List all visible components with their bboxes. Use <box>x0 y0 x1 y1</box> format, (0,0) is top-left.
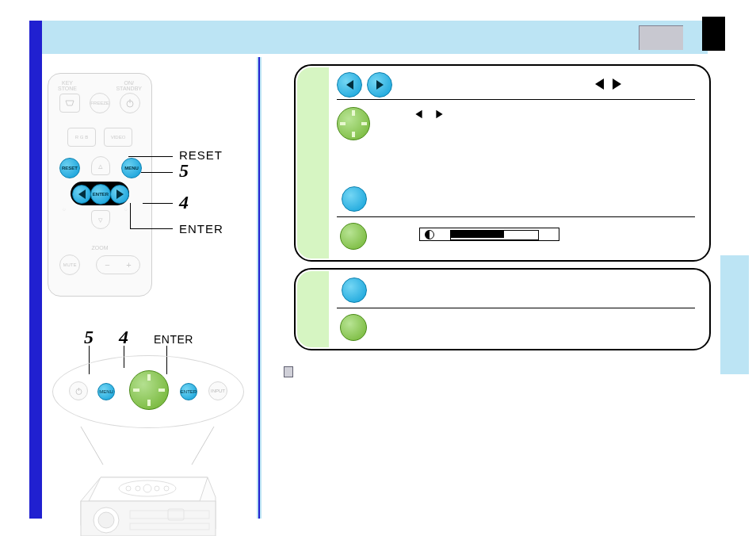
step-4-strip <box>297 67 329 258</box>
step4-black-left-icon <box>595 78 604 90</box>
step4-enter-green-icon <box>340 223 367 250</box>
projector-svg <box>73 461 223 536</box>
video-button: VIDEO <box>104 128 132 147</box>
callout-line-enter <box>130 228 173 229</box>
rgb-button: R G B <box>67 128 96 147</box>
panel-enter-btn-label: ENTER <box>181 389 197 394</box>
step-5-card <box>294 268 711 350</box>
contrast-icon <box>425 230 434 239</box>
freeze-button: FREEZE <box>90 93 110 113</box>
panel-to-projector-lines <box>52 427 242 466</box>
keystone-button <box>59 94 80 113</box>
remote-zoom-row: MUTE −+ <box>59 255 140 275</box>
note-icon <box>284 366 293 377</box>
svg-point-14 <box>98 512 114 528</box>
header-gray-box <box>639 25 683 50</box>
panel-menu-label: MENU <box>99 389 113 394</box>
zoom-plus-icon: + <box>126 260 131 270</box>
step4-nav-pad-icon <box>337 107 370 140</box>
callout-line-5 <box>141 172 173 173</box>
remote-right-arrow-button <box>110 185 129 204</box>
remote-top-labels: KEY STONE ON/ STANDBY <box>58 80 142 91</box>
standby-button <box>120 93 140 113</box>
power-icon <box>125 98 135 108</box>
nav-up-icon <box>147 374 151 381</box>
projector-illustration <box>73 461 223 536</box>
step5-menu-green-icon <box>340 314 367 341</box>
vol-label-left: ○ <box>63 207 66 212</box>
panel-step-5: 5 <box>84 327 94 348</box>
remote-left-arrow-button <box>72 185 91 204</box>
panel-nav-pad <box>129 370 169 410</box>
callout-line-4 <box>143 203 173 204</box>
panel-enter-label: ENTER <box>154 333 193 346</box>
remote-cross-area: RESET ▵ MENU ENTER ▿ ○ ○ <box>59 155 140 218</box>
remote-menu-label: MENU <box>124 166 139 170</box>
step4-small-black-right-icon <box>436 110 442 119</box>
step5-menu-blue-icon <box>342 278 367 303</box>
remote-control-diagram: KEY STONE ON/ STANDBY FREEZE R G B VIDEO… <box>48 73 152 297</box>
column-divider-inner <box>258 57 260 519</box>
remote-reset-button: RESET <box>59 158 80 178</box>
contrast-adjustment-bar <box>419 228 559 241</box>
zoom-pill: −+ <box>96 255 140 274</box>
on-standby-label: ON/ STANDBY <box>116 80 142 91</box>
zoom-minus-icon: − <box>105 260 109 270</box>
step4-divider-1 <box>337 99 695 100</box>
callout-line-enter-v <box>130 203 131 228</box>
remote-row-1: FREEZE <box>59 93 140 113</box>
panel-enter-button: ENTER <box>180 383 197 400</box>
header-black-box <box>702 17 725 51</box>
panel-step-4: 4 <box>119 327 128 348</box>
keystone-label: KEY STONE <box>58 80 77 91</box>
mute-label: MUTE <box>63 262 77 267</box>
nav-right-icon <box>158 389 165 392</box>
step-5-strip <box>297 271 329 347</box>
svg-line-5 <box>192 427 214 465</box>
nav-down-icon <box>147 400 151 406</box>
step5-divider <box>337 308 695 308</box>
callout-step-4: 4 <box>179 192 189 213</box>
panel-menu-button: MENU <box>97 383 115 400</box>
panel-input-button: INPUT <box>208 381 227 400</box>
remote-menu-button: MENU <box>121 158 142 178</box>
contrast-track <box>450 230 539 240</box>
power-icon <box>74 387 83 396</box>
right-arrow-icon <box>376 80 384 90</box>
nav-left-tick <box>340 122 346 125</box>
left-arrow-icon <box>78 190 86 199</box>
remote-row-2: R G B VIDEO <box>67 128 132 147</box>
left-blue-bar <box>29 21 42 519</box>
step4-left-button-icon <box>337 72 362 98</box>
step-4-card <box>294 64 711 262</box>
remote-enter-label: ENTER <box>93 192 109 197</box>
step4-divider-2 <box>337 216 695 217</box>
callout-enter: ENTER <box>179 222 223 235</box>
step4-black-right-icon <box>613 78 621 90</box>
right-side-tab <box>720 255 749 374</box>
left-arrow-icon <box>346 80 353 90</box>
zoom-label: ZOOM <box>48 245 151 251</box>
callout-line-reset <box>128 156 173 157</box>
rgb-label: R G B <box>75 135 88 140</box>
panel-power-button <box>69 381 88 400</box>
svg-line-4 <box>81 427 103 465</box>
panel-step-labels: 5 4 ENTER <box>84 327 193 348</box>
remote-up-arrow: ▵ <box>91 156 110 175</box>
panel-input-label: INPUT <box>211 389 225 393</box>
panel-oval: MENU ENTER INPUT <box>52 355 244 428</box>
remote-reset-label: RESET <box>62 166 78 170</box>
remote-down-arrow: ▿ <box>91 210 110 229</box>
nav-left-icon <box>133 389 139 392</box>
video-label: VIDEO <box>111 135 126 140</box>
header-band <box>42 21 708 54</box>
right-arrow-icon <box>116 190 124 199</box>
vol-label-right: ○ <box>124 207 128 212</box>
remote-enter-button: ENTER <box>90 184 111 205</box>
step4-small-black-left-icon <box>415 110 422 119</box>
step4-right-button-icon <box>367 72 392 98</box>
step4-enter-blue-icon <box>342 186 367 212</box>
callout-step-5: 5 <box>179 160 189 182</box>
freeze-label: FREEZE <box>90 101 109 105</box>
keystone-icon <box>64 99 75 107</box>
